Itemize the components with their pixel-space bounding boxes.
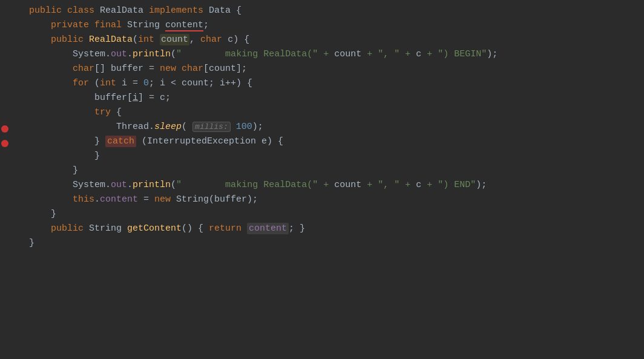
line-content-10: } catch (InterruptedException e) {: [17, 134, 644, 148]
close-brace-final: }: [29, 238, 34, 248]
brace: {: [236, 5, 242, 16]
concat: + ", " +: [361, 49, 416, 59]
keyword: implements: [149, 5, 209, 16]
type: String: [127, 20, 165, 30]
code-line-12: }: [0, 163, 644, 178]
code-line-4: System.out.println(" making RealData(" +…: [0, 47, 644, 62]
line-content-11: }: [17, 149, 644, 163]
parens: () {: [182, 223, 209, 234]
var-i: i =: [122, 78, 143, 88]
var-c: c: [416, 49, 421, 59]
number-zero: 0: [143, 78, 149, 88]
type-name: Data: [209, 5, 236, 16]
dot: .: [105, 49, 111, 59]
field-content2: content: [100, 194, 138, 205]
line-content-9: Thread.sleep( millis: 100);: [17, 120, 644, 134]
code-line-5: char[] buffer = new char[count];: [0, 62, 644, 76]
keyword: public: [51, 223, 89, 234]
keyword: class: [67, 5, 100, 16]
param-count: count: [160, 34, 189, 45]
paren-close: );: [252, 122, 263, 132]
var-count: count: [334, 180, 361, 190]
code-line-10: } catch (InterruptedException e) {: [0, 134, 644, 149]
line-content-2: private final String content;: [17, 18, 644, 32]
line-content-4: System.out.println(" making RealData(" +…: [17, 47, 644, 61]
close-brace: }: [94, 151, 100, 161]
end-brace: ; }: [289, 223, 305, 234]
line-content-6: for (int i = 0; i < count; i++) {: [17, 76, 644, 90]
line-content-7: buffer[i] = c;: [17, 91, 644, 105]
number-100: 100: [236, 122, 252, 132]
field-content: content: [165, 20, 203, 31]
field-out: out: [111, 49, 127, 59]
class-ref: System: [73, 180, 105, 190]
keyword: for: [73, 78, 94, 88]
line-content-16: public String getContent() { return cont…: [17, 222, 644, 235]
dot: .: [149, 122, 154, 132]
string-class: String: [176, 194, 209, 205]
line-content-12: }: [17, 163, 644, 177]
code-line-6: for (int i = 0; i < count; i++) {: [0, 76, 644, 91]
concat2: + ") END");: [421, 180, 487, 190]
param-c: c: [228, 35, 233, 45]
keyword: return: [209, 223, 247, 234]
for-init: (: [94, 78, 100, 88]
close-brace: }: [94, 136, 105, 147]
keyword: public: [51, 35, 89, 45]
code-line-2: private final String content;: [0, 18, 644, 33]
close-brace: }: [51, 209, 56, 219]
concat: + ", " +: [361, 180, 416, 190]
return-type: String: [89, 223, 127, 234]
method-println: println: [133, 49, 171, 59]
paren: (" making RealData(" +: [171, 49, 334, 59]
dot: .: [127, 49, 133, 59]
keyword: char: [200, 35, 228, 45]
line-content-14: this.content = new String(buffer);: [17, 193, 644, 206]
code-line-14: this.content = new String(buffer);: [0, 193, 644, 207]
class-thread: Thread: [116, 122, 149, 132]
code-editor: public class RealData implements Data { …: [0, 0, 644, 359]
breakpoint-indicator: [1, 125, 8, 133]
param-hint: millis:: [192, 122, 231, 132]
line-content-1: public class RealData implements Data {: [17, 4, 644, 18]
array-decl: [] buffer =: [94, 64, 160, 74]
code-line-3: public RealData(int count, char c) {: [0, 33, 644, 47]
code-line-1: public class RealData implements Data {: [0, 4, 644, 18]
semicolon: ;: [203, 20, 209, 30]
line-content-17: }: [17, 236, 644, 250]
code-line-7: buffer[i] = c;: [0, 91, 644, 105]
code-line-16: public String getContent() { return cont…: [0, 222, 644, 236]
assign: buffer[i] = c;: [94, 93, 171, 103]
keyword: new: [154, 194, 176, 205]
method-name: RealData: [89, 35, 133, 45]
for-cond: ; i < count; i++) {: [149, 78, 252, 88]
keyword: final: [94, 20, 127, 30]
exception-decl: (InterruptedException e) {: [136, 136, 283, 147]
breakpoint-indicator: [1, 140, 8, 147]
code-line-8: try {: [0, 105, 644, 120]
keyword: int: [100, 78, 122, 88]
keyword: new: [160, 64, 182, 74]
keyword: char: [73, 64, 94, 74]
keyword: int: [138, 35, 160, 45]
code-line-11: }: [0, 149, 644, 163]
catch-keyword: catch: [105, 136, 136, 147]
line-content-8: try {: [17, 105, 644, 119]
var-c: c: [416, 180, 421, 190]
close-brace: }: [73, 165, 78, 176]
dot: .: [105, 180, 111, 190]
assign: =: [138, 194, 154, 205]
keyword: private: [51, 20, 94, 30]
buffer-arg: (buffer);: [209, 194, 258, 205]
method-println: println: [133, 180, 171, 190]
keyword: char: [182, 64, 203, 74]
field-out: out: [111, 180, 127, 190]
array-init: [count];: [203, 64, 247, 74]
line-content-15: }: [17, 207, 644, 221]
method-getcontent: getContent: [127, 223, 182, 234]
keyword: try: [94, 107, 116, 117]
concat2: + ") BEGIN");: [421, 49, 498, 59]
code-line-17: }: [0, 236, 644, 251]
paren-close: ) {: [233, 35, 249, 45]
method-sleep: sleep: [154, 122, 182, 132]
